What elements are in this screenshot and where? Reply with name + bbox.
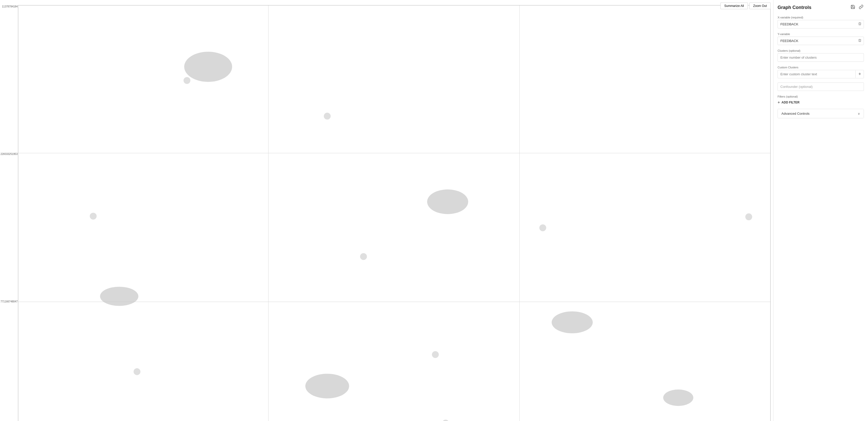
- confounder-box[interactable]: Confounder (optional): [778, 83, 864, 91]
- svg-point-20: [360, 253, 367, 260]
- panel-icons: [850, 4, 864, 11]
- custom-clusters-group: Custom Clusters +: [778, 66, 864, 78]
- svg-point-14: [552, 312, 593, 333]
- add-filter-button[interactable]: + ADD FILTER: [778, 100, 800, 105]
- chart-area: Summarize All Zoom Out 11378784184 22833…: [0, 0, 773, 421]
- svg-point-7: [183, 77, 190, 84]
- add-filter-plus-icon: +: [778, 100, 780, 105]
- x-variable-input[interactable]: [778, 20, 856, 28]
- svg-point-8: [324, 113, 331, 120]
- svg-point-9: [427, 190, 468, 214]
- link-icon-button[interactable]: [858, 4, 864, 11]
- svg-point-13: [100, 287, 138, 306]
- save-icon: [850, 5, 855, 9]
- clusters-input[interactable]: [778, 53, 864, 62]
- summarize-all-button[interactable]: Summarize All: [720, 3, 748, 9]
- svg-point-11: [745, 213, 752, 220]
- custom-clusters-label: Custom Clusters: [778, 66, 864, 69]
- svg-rect-0: [18, 5, 771, 421]
- x-variable-group: X-variable (required): [778, 16, 864, 28]
- save-icon-button[interactable]: [850, 4, 856, 11]
- add-filter-label: ADD FILTER: [781, 101, 799, 104]
- x-variable-input-wrapper: [778, 20, 864, 28]
- trash-icon-y: [858, 39, 862, 42]
- svg-point-17: [432, 351, 439, 358]
- svg-point-10: [90, 213, 97, 220]
- y-label-top: 11378784184: [2, 5, 18, 8]
- clusters-label: Clusters (optional): [778, 49, 864, 52]
- y-axis-labels: 11378784184 228333251953 771166748047 77…: [1, 5, 18, 421]
- y-variable-input-wrapper: [778, 37, 864, 45]
- chart-wrapper: 11378784184 228333251953 771166748047 77…: [18, 5, 771, 421]
- svg-point-19: [663, 389, 693, 406]
- panel-title: Graph Controls: [778, 5, 811, 10]
- custom-clusters-add-button[interactable]: +: [856, 70, 864, 78]
- svg-point-12: [539, 224, 546, 231]
- y-variable-label: Y-variable: [778, 33, 864, 36]
- trash-icon-x: [858, 22, 862, 26]
- custom-clusters-input[interactable]: [778, 70, 856, 78]
- svg-point-15: [133, 368, 141, 375]
- y-label-mid2: 771166748047: [1, 300, 18, 303]
- y-variable-clear-button[interactable]: [856, 38, 864, 44]
- zoom-out-button[interactable]: Zoom Out: [749, 3, 771, 9]
- x-variable-clear-button[interactable]: [856, 21, 864, 27]
- panel-header: Graph Controls: [778, 4, 864, 11]
- link-icon: [859, 5, 863, 9]
- y-variable-input[interactable]: [778, 37, 856, 45]
- filters-label: Filters (optional): [778, 95, 864, 98]
- chart-toolbar: Summarize All Zoom Out: [720, 3, 771, 9]
- chevron-down-icon: ∨: [858, 112, 860, 116]
- x-variable-label: X-variable (required): [778, 16, 864, 19]
- right-panel: Graph Controls X-variable (required): [773, 0, 868, 421]
- confounder-placeholder: Confounder (optional): [780, 85, 813, 89]
- advanced-controls-header[interactable]: Advanced Controls ∨: [778, 109, 864, 118]
- chart-svg: [18, 5, 771, 421]
- custom-clusters-row: +: [778, 70, 864, 78]
- clusters-group: Clusters (optional): [778, 49, 864, 62]
- y-label-mid1: 228333251953: [1, 153, 18, 156]
- advanced-controls-title: Advanced Controls: [781, 112, 810, 116]
- svg-point-16: [305, 374, 349, 398]
- y-variable-group: Y-variable: [778, 33, 864, 45]
- filters-section: Filters (optional) + ADD FILTER: [778, 95, 864, 105]
- svg-point-6: [184, 52, 232, 82]
- advanced-controls-section: Advanced Controls ∨: [778, 109, 864, 118]
